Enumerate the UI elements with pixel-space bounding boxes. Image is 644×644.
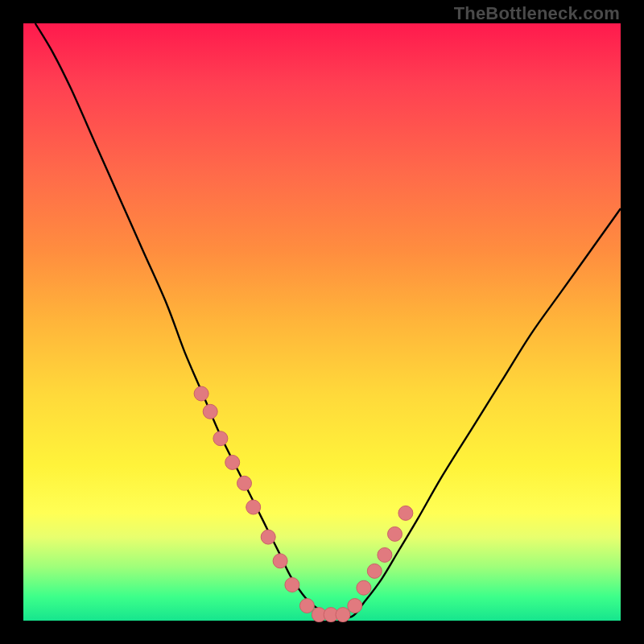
marker-point (203, 404, 217, 419)
marker-point (336, 608, 350, 622)
plot-area (23, 23, 621, 621)
marker-point (398, 506, 413, 520)
marker-point (225, 455, 240, 469)
marker-point (246, 500, 261, 514)
marker-point (348, 599, 362, 613)
marker-point (273, 554, 287, 568)
marker-point (194, 386, 208, 401)
chart-svg (23, 23, 621, 621)
marker-point (261, 530, 275, 544)
chart-frame: TheBottleneck.com (0, 0, 644, 644)
watermark-text: TheBottleneck.com (454, 3, 620, 24)
marker-point (299, 599, 314, 613)
marker-point (285, 578, 299, 592)
marker-point (237, 476, 252, 490)
marker-point (378, 547, 392, 562)
marker-point (357, 580, 371, 595)
marker-group (194, 386, 413, 622)
bottleneck-curve (35, 23, 621, 618)
marker-point (388, 526, 402, 541)
marker-point (367, 564, 382, 578)
marker-point (213, 431, 228, 446)
